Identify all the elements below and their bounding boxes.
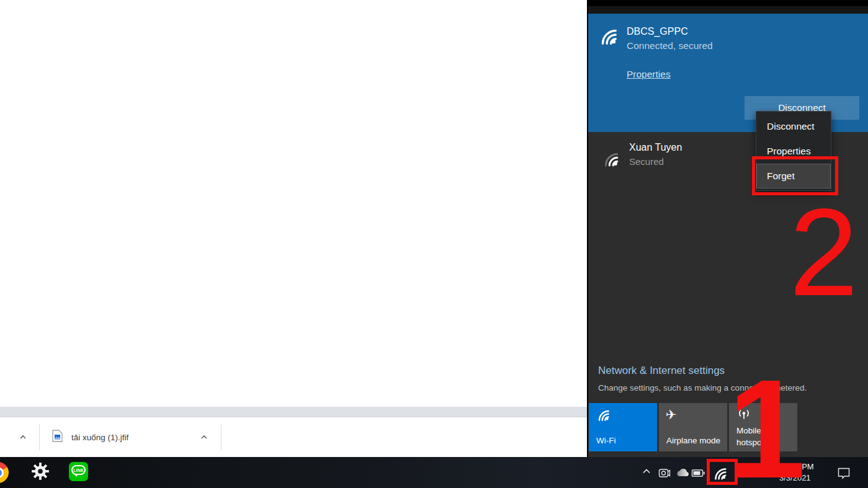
wifi-flyout-panel: DBCS_GPPC Connected, secured Properties … (588, 6, 868, 457)
download-item-menu-button[interactable] (195, 428, 213, 446)
action-center-icon[interactable] (835, 465, 852, 481)
gear-icon (30, 461, 50, 484)
onedrive-cloud-icon[interactable] (674, 464, 692, 482)
quick-actions: Wi-Fi ✈ Airplane mode Mobile hotspot (589, 403, 797, 451)
downloads-shelf: tải xuống (1).jfif (0, 417, 587, 457)
line-app-taskbar-icon[interactable]: LINE (69, 462, 88, 481)
page-bottom-strip (0, 407, 587, 417)
shelf-divider (39, 424, 40, 450)
line-logo-bubble-icon: LINE (71, 465, 86, 475)
mobile-hotspot-quick-action-tile[interactable]: Mobile hotspot (729, 403, 797, 451)
shelf-divider (221, 424, 221, 450)
tile-label: Wi-Fi (596, 435, 615, 447)
wifi-signal-icon (597, 25, 619, 49)
properties-link[interactable]: Properties (627, 69, 671, 80)
download-item[interactable]: tải xuống (1).jfif (52, 417, 128, 457)
chevron-up-icon (199, 432, 209, 442)
battery-icon[interactable] (691, 465, 707, 481)
desktop: { "wifi_panel": { "connected_network": {… (0, 0, 868, 488)
clock-time: 10:48 PM (779, 461, 814, 472)
panel-top-strip (588, 6, 868, 14)
network-name: Xuan Tuyen (629, 142, 682, 153)
settings-taskbar-button[interactable] (30, 463, 50, 482)
tile-label: Airplane mode (666, 435, 720, 447)
network-status: Secured (629, 156, 682, 167)
context-menu-forget[interactable]: Forget (756, 164, 831, 189)
chevron-up-icon (18, 432, 28, 442)
network-internet-settings-link[interactable]: Network & Internet settings (598, 365, 725, 377)
tray-wifi-icon[interactable] (711, 464, 728, 482)
airplane-icon: ✈ (666, 407, 677, 422)
network-name: DBCS_GPPC (627, 26, 688, 37)
tray-clock[interactable]: 10:48 PM 3/3/2021 (779, 457, 814, 488)
wifi-icon (596, 407, 611, 425)
meet-now-camera-icon[interactable] (656, 465, 673, 481)
tile-label: Mobile hotspot (736, 425, 775, 449)
browser-page-content (0, 0, 587, 407)
language-indicator[interactable]: VIE (754, 457, 776, 488)
network-status: Connected, secured (627, 40, 713, 51)
wifi-signal-icon (601, 149, 620, 178)
clock-date: 3/3/2021 (779, 472, 814, 484)
show-hidden-icons-button[interactable] (638, 464, 655, 481)
context-menu-disconnect[interactable]: Disconnect (756, 114, 831, 139)
volume-icon[interactable] (736, 465, 753, 481)
shelf-collapse-button[interactable] (14, 428, 32, 446)
hotspot-icon (736, 407, 752, 426)
image-file-icon (52, 430, 63, 445)
browser-window: tải xuống (1).jfif (0, 0, 587, 457)
chevron-up-icon (641, 466, 652, 479)
airplane-mode-quick-action-tile[interactable]: ✈ Airplane mode (659, 403, 727, 451)
network-context-menu: Disconnect Properties Forget (756, 111, 831, 191)
download-filename: tải xuống (1).jfif (71, 433, 128, 442)
context-menu-properties[interactable]: Properties (756, 139, 831, 164)
settings-hint-text: Change settings, such as making a connec… (598, 383, 807, 393)
chrome-taskbar-icon[interactable] (0, 462, 9, 483)
taskbar: LINE (0, 457, 868, 488)
wifi-quick-action-tile[interactable]: Wi-Fi (589, 403, 657, 451)
